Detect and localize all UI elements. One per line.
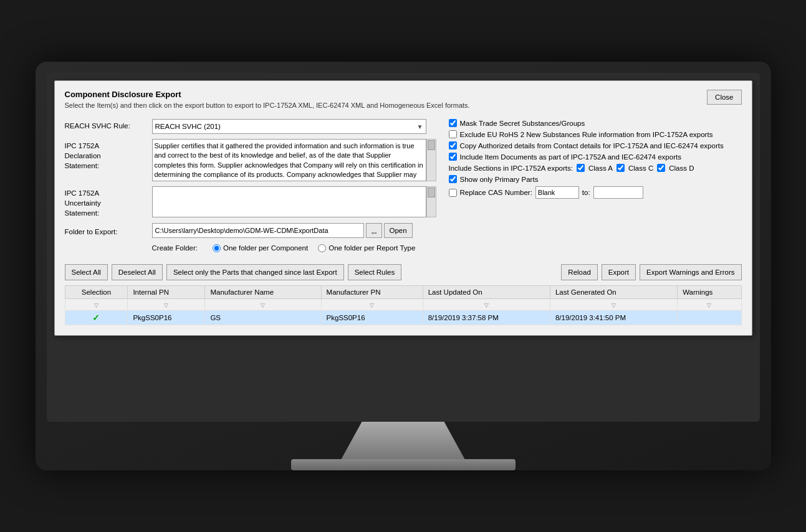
- folder-label: Folder to Export:: [65, 225, 152, 237]
- filter-icon: ▽: [484, 302, 489, 308]
- row-last-generated: 8/19/2019 3:41:50 PM: [550, 311, 677, 325]
- row-manufacturer-name: GS: [205, 311, 321, 325]
- replace-cas-to-input[interactable]: [593, 186, 643, 199]
- col-warnings: Warnings: [678, 286, 741, 299]
- col-manufacturer-pn: Manufacturer PN: [321, 286, 423, 299]
- monitor-stand: [335, 422, 472, 459]
- copy-authorized-checkbox[interactable]: [449, 141, 457, 150]
- radio-report-label: One folder per Report Type: [329, 244, 415, 252]
- declaration-textarea[interactable]: Supplier certifies that it gathered the …: [152, 139, 426, 181]
- filter-icon: ▽: [612, 302, 616, 308]
- row-manufacturer-pn: PkgSS0P16: [321, 311, 423, 325]
- include-item-label: Include Item Documents as part of IPC-17…: [460, 153, 681, 161]
- row-warnings: [678, 311, 741, 325]
- parts-table: Selection Internal PN Manufacturer Name …: [65, 285, 742, 325]
- replace-cas-label: Replace CAS Number:: [460, 189, 532, 196]
- filter-icon: ▽: [164, 302, 168, 308]
- exclude-eu-checkbox[interactable]: [449, 130, 457, 138]
- include-item-row: Include Item Documents as part of IPC-17…: [449, 153, 742, 161]
- show-primary-checkbox[interactable]: [449, 175, 457, 183]
- reload-button[interactable]: Reload: [561, 264, 597, 280]
- row-check: ✓: [65, 311, 128, 325]
- reach-value: REACH SVHC (201): [155, 123, 221, 130]
- filter-last-generated[interactable]: ▽: [550, 299, 677, 311]
- radio-one-report[interactable]: One folder per Report Type: [318, 244, 415, 252]
- radio-report-input[interactable]: [318, 244, 326, 252]
- table-row[interactable]: ✓PkgSS0P16GSPkgSS0P168/19/2019 3:37:58 P…: [65, 311, 741, 325]
- class-c-checkbox[interactable]: [616, 164, 625, 172]
- export-button[interactable]: Export: [602, 264, 636, 280]
- select-changed-button[interactable]: Select only the Parts that changed since…: [166, 264, 344, 280]
- filter-last-updated[interactable]: ▽: [423, 299, 550, 311]
- sections-label: Include Sections in IPC-1752A exports:: [449, 164, 573, 172]
- mask-trade-row: Mask Trade Secret Substances/Groups: [449, 119, 742, 127]
- row-internal-pn: PkgSS0P16: [128, 311, 205, 325]
- filter-manufacturer-pn[interactable]: ▽: [321, 299, 423, 311]
- copy-authorized-row: Copy Authorized details from Contact det…: [449, 141, 742, 150]
- include-item-checkbox[interactable]: [449, 153, 457, 161]
- browse-button[interactable]: ...: [366, 223, 382, 238]
- uncertainty-textarea[interactable]: [152, 186, 426, 217]
- folder-input[interactable]: [152, 223, 364, 238]
- copy-authorized-label: Copy Authorized details from Contact det…: [460, 142, 724, 150]
- replace-cas-checkbox[interactable]: [449, 189, 457, 197]
- class-a-checkbox[interactable]: [577, 164, 585, 172]
- monitor-base: [291, 459, 516, 470]
- col-manufacturer-name: Manufacturer Name: [205, 286, 321, 299]
- class-d-checkbox[interactable]: [657, 164, 665, 172]
- filter-icon: ▽: [707, 302, 711, 308]
- replace-cas-row: Replace CAS Number: to:: [449, 186, 742, 199]
- dialog-subtitle: Select the Item(s) and then click on the…: [65, 102, 470, 109]
- mask-trade-checkbox[interactable]: [449, 119, 457, 127]
- select-all-button[interactable]: Select All: [65, 264, 108, 280]
- row-last-updated: 8/19/2019 3:37:58 PM: [423, 311, 550, 325]
- radio-component-input[interactable]: [213, 244, 221, 252]
- col-selection: Selection: [65, 286, 128, 299]
- create-folder-label: Create Folder:: [152, 243, 198, 253]
- filter-icon: ▽: [94, 302, 98, 308]
- exclude-eu-label: Exclude EU RoHS 2 New Substances Rule in…: [460, 131, 713, 138]
- class-a-label: Class A: [588, 164, 613, 172]
- class-d-label: Class D: [669, 164, 694, 172]
- filter-internal-pn[interactable]: ▽: [128, 299, 205, 311]
- close-button[interactable]: Close: [707, 90, 741, 105]
- col-internal-pn: Internal PN: [128, 286, 205, 299]
- filter-selection[interactable]: ▽: [65, 299, 128, 311]
- radio-component-label: One folder per Component: [223, 244, 308, 252]
- filter-icon: ▽: [370, 302, 374, 308]
- uncertainty-label: IPC 1752AUncertaintyStatement:: [65, 186, 152, 218]
- filter-manufacturer-name[interactable]: ▽: [205, 299, 321, 311]
- class-c-label: Class C: [628, 164, 653, 172]
- declaration-label: IPC 1752ADeclarationStatement:: [65, 139, 152, 171]
- show-primary-row: Show only Primary Parts: [449, 175, 742, 183]
- replace-cas-from-input[interactable]: [535, 186, 579, 199]
- reach-dropdown[interactable]: REACH SVHC (201) ▼: [152, 119, 426, 134]
- open-button[interactable]: Open: [384, 223, 413, 238]
- radio-one-component[interactable]: One folder per Component: [213, 244, 308, 252]
- reach-label: REACH SVHC Rule:: [65, 119, 152, 131]
- col-last-generated: Last Generated On: [550, 286, 677, 299]
- filter-icon: ▽: [261, 302, 265, 308]
- deselect-all-button[interactable]: Deselect All: [112, 264, 163, 280]
- replace-cas-to-label: to:: [582, 189, 590, 196]
- col-last-updated: Last Updated On: [423, 286, 550, 299]
- filter-warnings[interactable]: ▽: [678, 299, 741, 311]
- sections-row: Include Sections in IPC-1752A exports: C…: [449, 164, 742, 172]
- select-rules-button[interactable]: Select Rules: [348, 264, 402, 280]
- mask-trade-label: Mask Trade Secret Substances/Groups: [460, 120, 585, 127]
- export-warnings-button[interactable]: Export Warnings and Errors: [640, 264, 741, 280]
- chevron-down-icon: ▼: [417, 123, 423, 130]
- show-primary-label: Show only Primary Parts: [460, 176, 539, 183]
- action-row: Select All Deselect All Select only the …: [65, 264, 742, 280]
- dialog-title: Component Disclosure Export: [65, 90, 470, 99]
- exclude-eu-row: Exclude EU RoHS 2 New Substances Rule in…: [449, 130, 742, 138]
